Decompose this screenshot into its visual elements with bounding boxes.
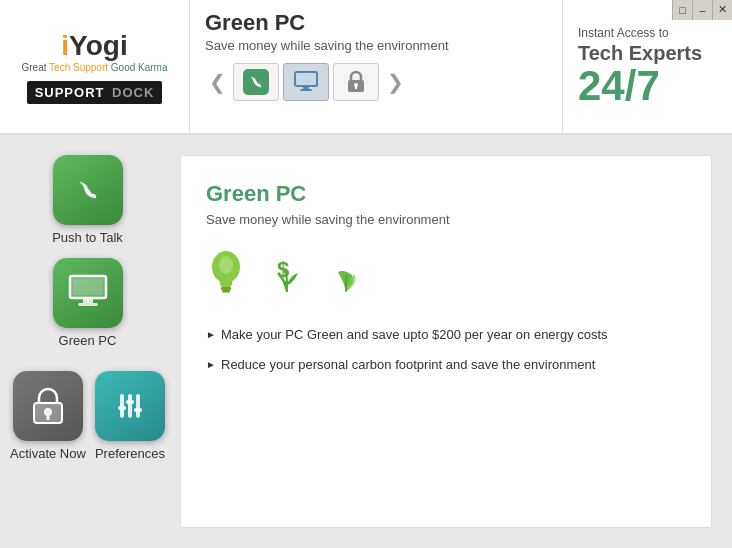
content-panel: Green PC Save money while saving the env… [180,155,712,528]
green-pc-icon-bg [53,258,123,328]
svg-rect-22 [222,290,230,293]
logo: iYogi [61,30,127,62]
title-bar: □ – ✕ [672,0,732,20]
support-dock-label: SUPPORT DOCK [27,81,163,104]
preferences-icon-bg [95,371,165,441]
svg-rect-9 [78,303,98,306]
preferences-label: Preferences [95,446,165,461]
prev-arrow[interactable]: ❮ [205,64,229,100]
logo-tagline: Great Tech Support Good Karma [21,62,167,73]
tech-247-label: 24/7 [578,65,660,107]
svg-rect-10 [73,279,103,295]
money-icon: $ [266,247,306,306]
bullet-list: Make your PC Green and save upto $200 pe… [206,326,686,374]
monitor-icon [293,71,319,93]
activate-now-label: Activate Now [10,446,86,461]
content-icons: $ [206,247,686,306]
lightbulb-icon [206,247,246,306]
svg-rect-17 [118,406,126,410]
next-arrow[interactable]: ❯ [383,64,407,100]
svg-rect-19 [134,408,142,412]
lock-icon [345,69,367,95]
svg-text:$: $ [277,257,289,282]
content-subtitle: Save money while saving the environment [206,212,686,227]
sidebar-item-push-to-talk[interactable]: Push to Talk [52,155,123,245]
svg-rect-16 [136,394,140,418]
green-pc-label: Green PC [59,333,117,348]
nav-phone-button[interactable] [233,63,279,101]
svg-rect-21 [221,287,231,290]
logo-section: iYogi Great Tech Support Good Karma SUPP… [0,0,190,133]
activate-now-icon-bg [13,371,83,441]
bullet-item-2: Reduce your personal carbon footprint an… [206,356,686,374]
sidebar: Push to Talk Green PC [0,135,175,548]
nav-icons: ❮ [205,63,547,101]
bottom-row: Activate Now Preferences [10,371,165,469]
svg-point-12 [44,408,52,416]
svg-point-23 [219,256,233,274]
content-title: Green PC [206,181,686,207]
nav-title: Green PC [205,10,547,36]
sidebar-item-preferences[interactable]: Preferences [95,371,165,461]
nav-section: Green PC Save money while saving the env… [190,0,562,133]
svg-rect-13 [46,415,49,420]
nav-monitor-button[interactable] [283,63,329,101]
svg-rect-3 [300,89,312,91]
activate-now-icon [29,385,67,427]
svg-rect-15 [128,394,132,418]
restore-button[interactable]: – [692,0,712,20]
leaf-icon [326,247,366,306]
push-to-talk-icon [68,170,108,210]
phone-icon [243,69,269,95]
svg-rect-8 [83,298,93,303]
nav-lock-button[interactable] [333,63,379,101]
push-to-talk-label: Push to Talk [52,230,123,245]
svg-rect-6 [355,86,357,89]
svg-rect-1 [295,72,317,86]
preferences-icon [112,386,148,426]
nav-subtitle: Save money while saving the environment [205,38,547,53]
svg-rect-18 [126,400,134,404]
main-content: Push to Talk Green PC [0,135,732,548]
green-pc-icon [66,274,110,312]
bullet-item-1: Make your PC Green and save upto $200 pe… [206,326,686,344]
sidebar-item-activate-now[interactable]: Activate Now [10,371,86,461]
minimize-button[interactable]: □ [672,0,692,20]
close-button[interactable]: ✕ [712,0,732,20]
svg-rect-2 [303,86,309,89]
push-to-talk-icon-bg [53,155,123,225]
sidebar-item-green-pc[interactable]: Green PC [53,258,123,348]
tech-access-label: Instant Access to [578,26,669,42]
header: iYogi Great Tech Support Good Karma SUPP… [0,0,732,135]
